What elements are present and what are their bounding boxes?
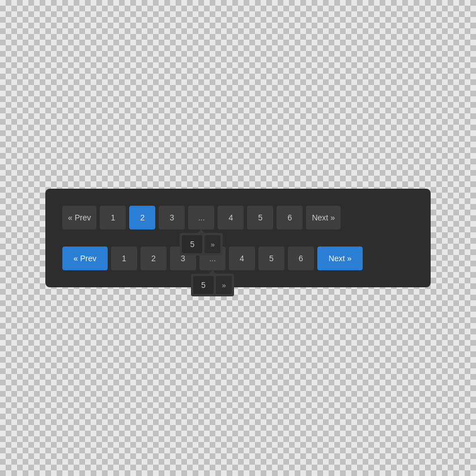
widget-container: « Prev 1 2 3 ... » 4 5 6 Next » « Prev 1… bbox=[45, 189, 431, 287]
page-4-btn-1[interactable]: 4 bbox=[218, 206, 244, 230]
ellipsis-input-2[interactable] bbox=[193, 276, 214, 294]
ellipsis-popup-1: » bbox=[180, 233, 223, 256]
page-5-btn-2[interactable]: 5 bbox=[258, 246, 284, 270]
page-1-btn-2[interactable]: 1 bbox=[111, 246, 137, 270]
pagination-row-1: « Prev 1 2 3 ... » 4 5 6 Next » bbox=[62, 206, 414, 230]
ellipsis-wrapper-1: ... » bbox=[188, 206, 214, 230]
ellipsis-go-btn-1[interactable]: » bbox=[205, 235, 220, 253]
next-button-1[interactable]: Next » bbox=[306, 206, 340, 230]
page-1-btn-1[interactable]: 1 bbox=[100, 206, 126, 230]
ellipsis-btn-1[interactable]: ... bbox=[188, 206, 214, 230]
page-6-btn-2[interactable]: 6 bbox=[288, 246, 314, 270]
page-4-btn-2[interactable]: 4 bbox=[229, 246, 255, 270]
page-5-btn-1[interactable]: 5 bbox=[247, 206, 273, 230]
prev-button-1[interactable]: « Prev bbox=[62, 206, 96, 230]
ellipsis-input-1[interactable] bbox=[182, 235, 202, 253]
page-6-btn-1[interactable]: 6 bbox=[277, 206, 303, 230]
page-2-btn-2[interactable]: 2 bbox=[141, 246, 167, 270]
pagination-row-2: « Prev 1 2 3 ... » 4 5 6 Next » bbox=[62, 246, 414, 270]
ellipsis-popup-2: » bbox=[191, 274, 234, 296]
page-3-btn-1[interactable]: 3 bbox=[159, 206, 185, 230]
ellipsis-go-btn-2[interactable]: » bbox=[216, 276, 232, 294]
page-2-btn-1[interactable]: 2 bbox=[129, 206, 155, 230]
next-button-2[interactable]: Next » bbox=[317, 246, 363, 270]
prev-button-2[interactable]: « Prev bbox=[62, 246, 108, 270]
